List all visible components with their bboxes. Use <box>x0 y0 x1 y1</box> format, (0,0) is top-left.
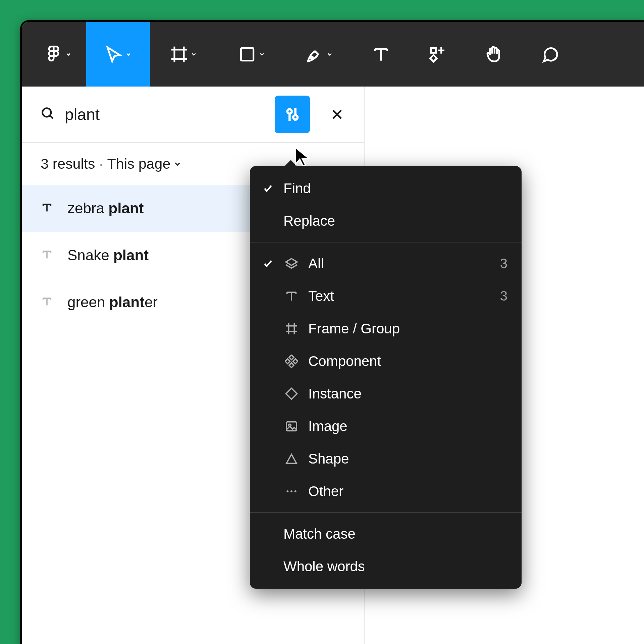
text-layer-icon <box>41 247 53 264</box>
svg-rect-43 <box>289 355 294 360</box>
comment-tool-button[interactable] <box>522 22 578 87</box>
filter-component[interactable]: Component <box>250 345 522 377</box>
svg-rect-47 <box>286 388 297 399</box>
svg-point-51 <box>286 490 288 492</box>
app-window: 3 results · This page zebra plant Snake … <box>20 20 644 644</box>
svg-rect-45 <box>285 359 290 363</box>
comment-icon <box>541 45 559 64</box>
search-bar <box>22 87 364 143</box>
image-icon <box>283 420 300 433</box>
option-whole-words[interactable]: Whole words <box>250 550 522 583</box>
text-icon <box>372 45 390 64</box>
svg-marker-34 <box>286 259 297 265</box>
move-tool-button[interactable] <box>86 22 150 87</box>
svg-point-14 <box>43 108 51 117</box>
chevron-down-icon <box>125 51 132 58</box>
search-icon <box>41 106 55 122</box>
component-icon <box>283 355 300 368</box>
svg-point-17 <box>287 109 291 114</box>
search-settings-button[interactable] <box>275 96 310 133</box>
menu-item-replace[interactable]: Replace <box>250 205 522 237</box>
menu-item-find[interactable]: Find <box>250 172 522 205</box>
frame-tool-button[interactable] <box>150 22 217 87</box>
close-icon <box>330 107 344 121</box>
search-input[interactable] <box>65 105 265 124</box>
pen-tool-button[interactable] <box>286 22 353 87</box>
shape-tool-button[interactable] <box>217 22 286 87</box>
figma-icon <box>44 45 63 64</box>
option-match-case[interactable]: Match case <box>250 518 522 550</box>
result-text: zebra plant <box>67 200 144 217</box>
rectangle-icon <box>238 45 257 64</box>
chevron-down-icon <box>259 51 265 58</box>
chevron-down-icon <box>326 51 333 58</box>
svg-line-15 <box>50 116 53 119</box>
move-icon <box>104 45 123 64</box>
svg-point-52 <box>290 490 292 492</box>
layers-icon <box>283 257 300 270</box>
scope-label: This page <box>107 156 170 172</box>
results-count: 3 results <box>41 156 95 172</box>
menu-separator <box>250 512 522 513</box>
text-tool-button[interactable] <box>353 22 409 87</box>
instance-icon <box>283 387 300 400</box>
text-layer-icon <box>41 200 53 217</box>
svg-marker-50 <box>286 454 297 463</box>
search-settings-menu: Find Replace All 3 Text 3 Frame / Group <box>250 166 522 589</box>
chevron-down-icon <box>191 51 197 58</box>
svg-rect-46 <box>293 359 298 363</box>
figma-menu-button[interactable] <box>30 22 86 87</box>
result-text: green planter <box>67 294 158 311</box>
toolbar <box>22 22 644 87</box>
frame-icon <box>283 322 300 335</box>
hand-icon <box>484 45 503 64</box>
chevron-down-icon <box>173 160 182 168</box>
svg-rect-4 <box>241 48 253 60</box>
filter-instance[interactable]: Instance <box>250 377 522 410</box>
svg-rect-48 <box>286 422 297 431</box>
svg-rect-44 <box>289 363 294 367</box>
filter-all[interactable]: All 3 <box>250 247 522 280</box>
scope-selector[interactable]: This page <box>107 156 182 172</box>
chevron-down-icon <box>65 51 72 58</box>
svg-rect-10 <box>431 48 436 53</box>
text-layer-icon <box>41 294 53 311</box>
filter-frame[interactable]: Frame / Group <box>250 312 522 345</box>
separator: · <box>99 156 103 172</box>
svg-rect-11 <box>430 55 437 61</box>
resources-icon <box>428 45 447 64</box>
close-search-button[interactable] <box>319 96 355 133</box>
svg-point-19 <box>293 115 298 119</box>
menu-separator <box>250 242 522 243</box>
sliders-icon <box>284 106 301 123</box>
hand-tool-button[interactable] <box>466 22 522 87</box>
filter-shape[interactable]: Shape <box>250 442 522 475</box>
frame-icon <box>170 45 189 64</box>
shape-icon <box>283 452 300 466</box>
check-icon <box>261 259 275 269</box>
check-icon <box>261 183 275 194</box>
resources-button[interactable] <box>409 22 466 87</box>
filter-other[interactable]: Other <box>250 475 522 507</box>
pen-icon <box>306 45 324 64</box>
filter-image[interactable]: Image <box>250 410 522 442</box>
other-icon <box>283 485 300 498</box>
result-text: Snake plant <box>67 247 149 264</box>
text-icon <box>283 289 300 303</box>
filter-text[interactable]: Text 3 <box>250 280 522 312</box>
svg-point-5 <box>311 56 313 58</box>
svg-point-53 <box>294 490 297 492</box>
